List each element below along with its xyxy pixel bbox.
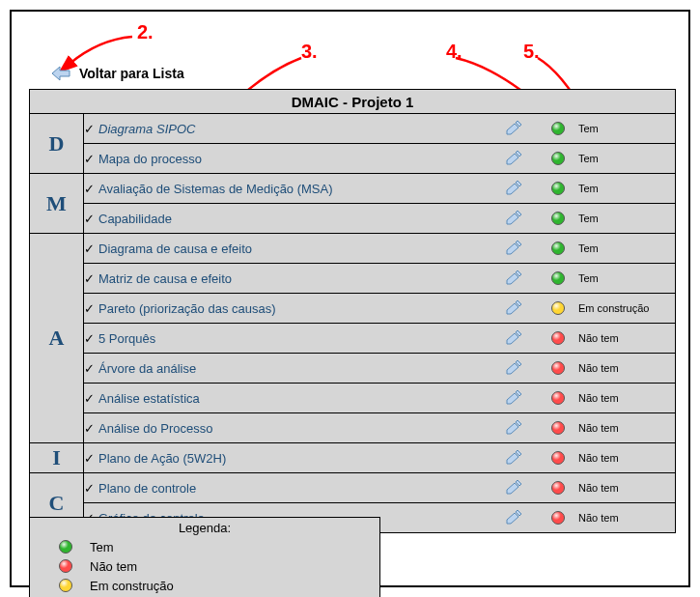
tool-row: ✓ Plano de Ação (5W2H) Não tem — [84, 443, 676, 473]
tool-name[interactable]: Plano de controle — [98, 481, 196, 496]
legend-dot — [59, 559, 72, 573]
goto-arrow-icon[interactable] — [503, 210, 524, 227]
check-icon: ✓ — [84, 152, 95, 166]
goto-arrow-icon[interactable] — [503, 180, 524, 197]
dmaic-table: DMAIC - Projeto 1 D ✓ Diagrama SIPOC Tem… — [29, 89, 676, 533]
check-icon: ✓ — [84, 122, 95, 136]
tool-row: ✓ Análise estatística Não tem — [84, 384, 676, 413]
legend-title: Legenda: — [30, 521, 379, 537]
check-icon: ✓ — [84, 361, 95, 376]
back-label: Voltar para Lista — [79, 66, 184, 81]
status-indicator — [544, 122, 573, 135]
tool-name[interactable]: Matriz de causa e efeito — [98, 271, 232, 286]
tool-name[interactable]: 5 Porquês — [98, 331, 155, 346]
status-indicator — [544, 242, 573, 255]
status-indicator — [544, 391, 573, 405]
back-to-list-link[interactable]: Voltar para Lista — [50, 65, 184, 82]
status-label: Não tem — [573, 392, 675, 404]
annotation-3: 3. — [301, 41, 318, 63]
status-label: Tem — [573, 213, 675, 224]
status-indicator — [544, 481, 573, 495]
check-icon: ✓ — [84, 271, 95, 286]
check-icon: ✓ — [84, 451, 95, 466]
tool-row: ✓ Pareto (priorização das causas) Em con… — [84, 294, 676, 324]
status-label: Não tem — [573, 332, 675, 344]
tool-row: ✓ Matriz de causa e efeito Tem — [84, 264, 676, 294]
page-frame: 2. 3. 4. 5. Voltar para Lista DMAIC - Pr… — [10, 10, 690, 587]
check-icon: ✓ — [84, 481, 95, 496]
legend-item: Em construção — [30, 576, 379, 595]
goto-arrow-icon[interactable] — [503, 509, 524, 526]
tool-name[interactable]: Árvore da análise — [98, 361, 196, 376]
tool-name[interactable]: Plano de Ação (5W2H) — [98, 451, 226, 466]
status-indicator — [544, 511, 573, 525]
tool-row: ✓ Plano de controle Não tem — [84, 473, 676, 503]
tool-name[interactable]: Capabilidade — [98, 212, 172, 226]
check-icon: ✓ — [84, 331, 95, 346]
status-indicator — [544, 182, 573, 195]
check-icon: ✓ — [84, 242, 95, 256]
tool-name[interactable]: Pareto (priorização das causas) — [98, 301, 276, 316]
goto-arrow-icon[interactable] — [503, 419, 524, 437]
tool-row: ✓ Avaliação de Sistemas de Medição (MSA)… — [84, 174, 676, 204]
check-icon: ✓ — [84, 301, 95, 316]
goto-arrow-icon[interactable] — [503, 359, 524, 377]
back-arrow-icon — [50, 65, 71, 82]
status-label: Tem — [573, 123, 675, 134]
status-label: Não tem — [573, 362, 675, 374]
check-icon: ✓ — [84, 391, 95, 406]
tool-row: ✓ Árvore da análise Não tem — [84, 354, 676, 384]
status-indicator — [544, 301, 573, 315]
legend-label: Tem — [90, 540, 114, 554]
tool-row: ✓ 5 Porquês Não tem — [84, 324, 676, 354]
goto-arrow-icon[interactable] — [503, 240, 524, 257]
goto-arrow-icon[interactable] — [503, 299, 524, 317]
status-indicator — [544, 152, 573, 165]
legend-item: Não tem — [30, 556, 379, 576]
check-icon: ✓ — [84, 421, 95, 436]
goto-arrow-icon[interactable] — [503, 120, 524, 137]
tool-name[interactable]: Avaliação de Sistemas de Medição (MSA) — [98, 182, 333, 196]
goto-arrow-icon[interactable] — [503, 270, 524, 287]
status-indicator — [544, 212, 573, 225]
tool-name[interactable]: Análise do Processo — [98, 421, 213, 436]
legend-box: Legenda: Tem Não tem Em construção — [29, 517, 380, 597]
status-label: Tem — [573, 183, 675, 194]
status-indicator — [544, 331, 573, 345]
phase-cell-A: A — [30, 234, 84, 443]
goto-arrow-icon[interactable] — [503, 389, 524, 407]
tool-name[interactable]: Análise estatística — [98, 391, 200, 406]
legend-dot — [59, 579, 72, 592]
legend-label: Em construção — [90, 579, 174, 593]
phase-cell-M: M — [30, 174, 84, 234]
goto-arrow-icon[interactable] — [503, 449, 524, 467]
status-label: Não tem — [573, 482, 675, 494]
status-label: Não tem — [573, 452, 675, 464]
annotation-4: 4. — [446, 41, 462, 63]
status-label: Tem — [573, 242, 675, 254]
status-indicator — [544, 361, 573, 375]
status-indicator — [544, 421, 573, 435]
goto-arrow-icon[interactable] — [503, 329, 524, 347]
status-label: Não tem — [573, 422, 675, 434]
table-title: DMAIC - Projeto 1 — [30, 90, 676, 114]
status-indicator — [544, 271, 573, 285]
phase-cell-I: I — [30, 443, 84, 473]
status-label: Tem — [573, 272, 675, 284]
legend-dot — [59, 540, 72, 554]
status-indicator — [544, 451, 573, 465]
annotation-5: 5. — [523, 41, 540, 63]
phase-cell-D: D — [30, 114, 84, 174]
annotation-2: 2. — [137, 21, 154, 43]
tool-row: ✓ Capabilidade Tem — [84, 204, 676, 234]
tool-row: ✓ Diagrama de causa e efeito Tem — [84, 234, 676, 264]
tool-name[interactable]: Mapa do processo — [98, 152, 202, 166]
goto-arrow-icon[interactable] — [503, 479, 524, 497]
tool-row: ✓ Análise do Processo Não tem — [84, 413, 676, 443]
tool-name[interactable]: Diagrama SIPOC — [98, 122, 195, 136]
check-icon: ✓ — [84, 212, 95, 226]
goto-arrow-icon[interactable] — [503, 150, 524, 167]
legend-label: Não tem — [90, 559, 137, 574]
tool-name[interactable]: Diagrama de causa e efeito — [98, 242, 252, 256]
check-icon: ✓ — [84, 182, 95, 196]
